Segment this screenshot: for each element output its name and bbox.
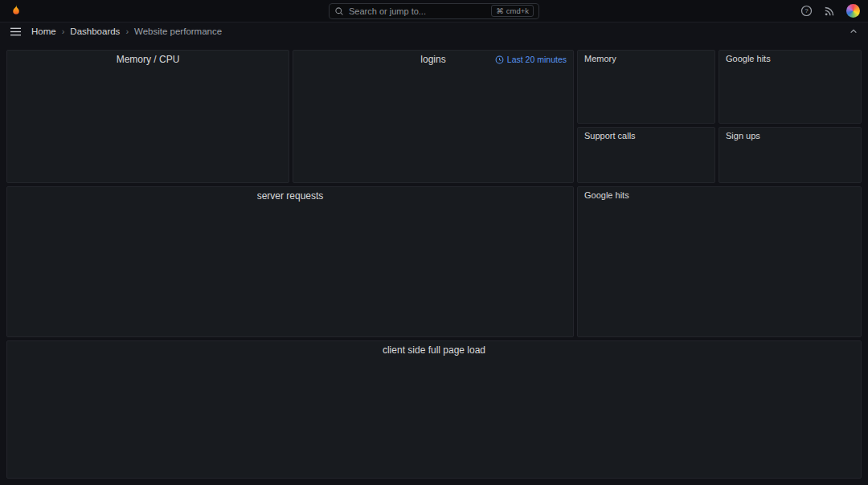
panel-title[interactable]: Sign ups [726,131,760,141]
client-load-legend [763,359,861,478]
dashboard-grid: Memory / CPU logins Last 20 minutes Memo… [0,40,868,485]
topbar: Search or jump to... ⌘cmd+k ? [0,0,868,22]
breadcrumb-separator: › [62,26,65,36]
search-icon [334,6,344,16]
command-key-icon: ⌘ [496,6,504,15]
news-rss-icon[interactable] [823,5,836,18]
panel-title[interactable]: client side full page load [383,344,485,356]
panel-title[interactable]: logins [420,54,445,65]
memory-gauge [578,67,714,123]
user-avatar[interactable] [846,4,860,18]
time-range-picker[interactable]: Last 20 minutes [495,51,567,68]
support-calls-stat [578,144,714,182]
svg-text:?: ? [805,7,809,14]
breadcrumb-home[interactable]: Home [31,26,56,36]
panel-memory-cpu: Memory / CPU [6,50,289,183]
search-placeholder: Search or jump to... [349,6,486,16]
server-requests-legend [7,322,573,336]
panel-title[interactable]: Google hits [726,54,771,63]
panel-google-hits-bars: Google hits [577,186,862,337]
logins-chart[interactable] [293,68,573,168]
panel-title[interactable]: Support calls [584,131,636,141]
menu-toggle-icon[interactable] [10,26,22,37]
panel-logins: logins Last 20 minutes [293,50,574,183]
shortcut-badge: ⌘cmd+k [491,5,534,17]
topbar-actions: ? [800,4,860,18]
panel-client-load: client side full page load [6,340,862,479]
client-load-chart[interactable] [7,359,763,478]
panel-title[interactable]: Memory / CPU [117,54,180,65]
server-requests-chart[interactable] [7,205,573,322]
panel-memory-gauge: Memory [577,50,715,124]
breadcrumb-current-page: Website performance [134,26,222,36]
clock-icon [495,55,504,64]
search-input[interactable]: Search or jump to... ⌘cmd+k [329,3,539,19]
memory-cpu-chart[interactable] [7,68,289,168]
breadcrumb-bar: Home › Dashboards › Website performance [0,22,868,40]
breadcrumb-separator: › [125,26,129,36]
panel-title[interactable]: Memory [584,54,616,63]
panel-sign-ups: Sign ups [719,127,862,183]
memory-cpu-legend [7,168,289,182]
collapse-chevron-up-icon[interactable] [849,27,858,35]
panel-server-requests: server requests [6,186,574,337]
grafana-logo-icon[interactable] [8,3,24,19]
sign-ups-stat [719,144,861,182]
panel-google-hits-gauge: Google hits [719,50,862,124]
breadcrumb-dashboards[interactable]: Dashboards [70,26,120,36]
google-hits-gauge [719,67,861,123]
help-icon[interactable]: ? [800,5,813,18]
panel-support-calls: Support calls [577,127,715,183]
google-hits-bar-gauge [578,203,861,336]
logins-legend [293,168,573,182]
breadcrumb: Home › Dashboards › Website performance [31,26,222,36]
panel-title[interactable]: Google hits [584,190,629,200]
panel-title[interactable]: server requests [257,190,324,202]
